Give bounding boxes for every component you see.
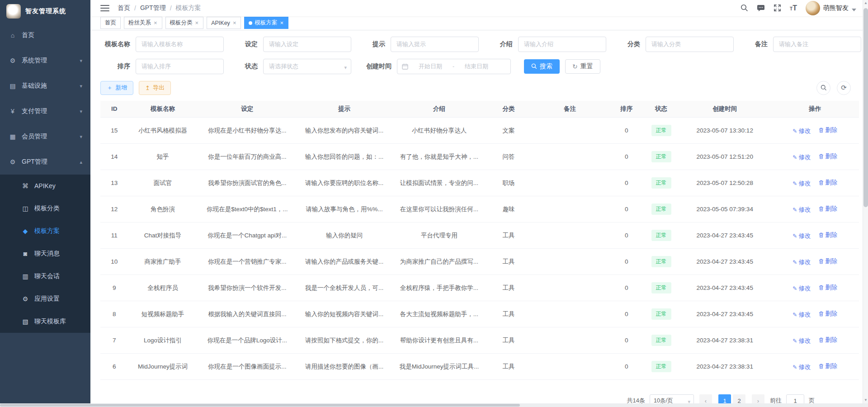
- delete-link-label: 删除: [825, 257, 837, 265]
- sidebar-item-chat-session[interactable]: ▥聊天会话: [0, 265, 90, 288]
- sidebar-item-template-plan[interactable]: ◆模板方案: [0, 220, 90, 242]
- sidebar-item-chat-message[interactable]: ◙聊天消息: [0, 242, 90, 265]
- sidebar-item-payment-management[interactable]: ¥支付管理▾: [0, 99, 90, 124]
- cell-sort: 0: [609, 118, 644, 144]
- cell-status: 正常: [644, 354, 679, 380]
- edit-link-label: 修改: [798, 337, 811, 345]
- scroll-up-arrow-icon[interactable]: ▲: [863, 0, 868, 6]
- close-icon[interactable]: ×: [279, 20, 284, 26]
- delete-link[interactable]: 删除: [819, 336, 837, 344]
- cell-template-name: Logo设计指引: [128, 327, 197, 354]
- cell-intro: 有了他，你就是知乎大神，...: [392, 144, 487, 170]
- category-input[interactable]: [646, 37, 734, 52]
- fullscreen-icon[interactable]: [774, 4, 781, 12]
- template-name-input[interactable]: [136, 37, 224, 52]
- add-button[interactable]: ＋ 新增: [100, 81, 133, 95]
- edit-link[interactable]: ✎修改: [793, 127, 811, 135]
- date-range-picker[interactable]: -: [397, 59, 511, 74]
- cell-prompt: 输入你想回答的问题，如：...: [297, 144, 392, 170]
- status-select[interactable]: ▾: [263, 59, 351, 74]
- edit-link[interactable]: ✎修改: [793, 337, 811, 345]
- cell-template-name: 知乎: [128, 144, 197, 170]
- delete-link[interactable]: 删除: [819, 284, 837, 292]
- edit-link[interactable]: ✎修改: [793, 284, 811, 293]
- key-icon: ⌘: [22, 182, 29, 189]
- horizontal-scrollbar[interactable]: [0, 403, 868, 407]
- cell-prompt: 我是一个全栈开发人员，可...: [297, 275, 392, 301]
- edit-link[interactable]: ✎修改: [793, 232, 811, 240]
- prompt-input[interactable]: [391, 37, 479, 52]
- vertical-scrollbar[interactable]: ▲ ▼: [863, 0, 868, 403]
- remark-input[interactable]: [773, 37, 861, 52]
- delete-link[interactable]: 删除: [819, 362, 837, 370]
- sidebar-item-home[interactable]: ⌂首页: [0, 23, 90, 48]
- user-menu[interactable]: 萌熊智友: [806, 1, 856, 15]
- intro-input[interactable]: [518, 37, 606, 52]
- breadcrumb-separator: /: [170, 5, 172, 12]
- cell-actions: ✎修改 删除: [771, 196, 859, 222]
- cell-sort: 0: [609, 144, 644, 170]
- delete-link[interactable]: 删除: [819, 152, 837, 161]
- cell-intro: 为商家推广自己的产品撰写...: [392, 249, 487, 275]
- table-row: 9 全栈程序员 我希望你扮演一个软件开发... 我是一个全栈开发人员，可... …: [100, 275, 859, 301]
- sidebar-item-gpt-management[interactable]: ⚙GPT管理▴: [0, 149, 90, 175]
- sidebar-item-member-management[interactable]: ▦会员管理▾: [0, 124, 90, 149]
- delete-link[interactable]: 删除: [819, 126, 837, 134]
- end-date-input[interactable]: [457, 63, 496, 70]
- tab-template-category[interactable]: 模板分类×: [165, 17, 204, 29]
- delete-link[interactable]: 删除: [819, 179, 837, 187]
- breadcrumb-item[interactable]: GPT管理: [140, 4, 166, 12]
- tab-template-plan[interactable]: 模板方案×: [244, 17, 288, 29]
- close-icon[interactable]: ×: [153, 20, 158, 26]
- edit-link[interactable]: ✎修改: [793, 363, 811, 371]
- delete-link[interactable]: 删除: [819, 205, 837, 213]
- sidebar-item-app-settings[interactable]: ⚙应用设置: [0, 288, 90, 310]
- delete-link-label: 删除: [825, 126, 837, 134]
- sidebar-item-infrastructure[interactable]: ▤基础设施▾: [0, 73, 90, 99]
- delete-link[interactable]: 删除: [819, 231, 837, 239]
- sidebar: 智友管理系统 ⌂首页⚙系统管理▾▤基础设施▾¥支付管理▾▦会员管理▾⚙GPT管理…: [0, 0, 90, 407]
- edit-link[interactable]: ✎修改: [793, 311, 811, 319]
- breadcrumb-item[interactable]: 首页: [118, 4, 130, 12]
- sidebar-item-chat-template-lib[interactable]: ▧聊天模板库: [0, 310, 90, 333]
- refresh-button[interactable]: ⟳: [837, 81, 851, 95]
- setting-input[interactable]: [263, 37, 351, 52]
- sidebar-item-template-category[interactable]: ◫模板分类: [0, 197, 90, 220]
- message-icon[interactable]: [757, 5, 765, 12]
- toggle-search-button[interactable]: [816, 81, 830, 95]
- tab-apikey[interactable]: APIKey×: [207, 17, 241, 29]
- font-size-icon[interactable]: TT: [790, 4, 797, 12]
- tab-fans-relation[interactable]: 粉丝关系×: [124, 17, 162, 29]
- close-icon[interactable]: ×: [195, 20, 199, 26]
- cell-sort: 0: [609, 327, 644, 354]
- sidebar-item-label: 系统管理: [22, 57, 80, 65]
- sidebar-item-apikey[interactable]: ⌘APIKey: [0, 175, 90, 197]
- tab-home[interactable]: 首页: [100, 17, 121, 29]
- scroll-down-arrow-icon[interactable]: ▼: [863, 397, 868, 403]
- sort-input[interactable]: [136, 59, 224, 74]
- main-area: 首页/GPT管理/模板方案 TT 萌熊智友 首页粉丝关系×模板: [90, 0, 868, 407]
- status-select-input[interactable]: [263, 59, 351, 74]
- horizontal-scrollbar-thumb[interactable]: [0, 404, 520, 407]
- search-icon[interactable]: [741, 4, 748, 12]
- sidebar-item-system-management[interactable]: ⚙系统管理▾: [0, 48, 90, 73]
- close-icon[interactable]: ×: [232, 20, 237, 26]
- delete-link[interactable]: 删除: [819, 257, 837, 265]
- sidebar-item-label: 基础设施: [22, 82, 80, 90]
- cell-id: 6: [100, 354, 128, 380]
- collapse-sidebar-icon[interactable]: [100, 5, 109, 11]
- status-badge: 正常: [651, 256, 671, 267]
- edit-link[interactable]: ✎修改: [793, 206, 811, 214]
- export-button[interactable]: ↥ 导出: [139, 81, 171, 95]
- search-button[interactable]: 搜索: [524, 59, 560, 74]
- cell-template-name: 短视频标题助手: [128, 301, 197, 327]
- delete-link[interactable]: 删除: [819, 310, 837, 318]
- start-date-input[interactable]: [411, 63, 450, 70]
- delete-link-label: 删除: [825, 284, 837, 292]
- filter-label: 排序: [100, 62, 136, 71]
- vertical-scrollbar-thumb[interactable]: [863, 8, 868, 207]
- reset-button[interactable]: ↻ 重置: [565, 59, 600, 74]
- edit-link[interactable]: ✎修改: [793, 180, 811, 188]
- edit-link[interactable]: ✎修改: [793, 153, 811, 161]
- edit-link[interactable]: ✎修改: [793, 258, 811, 266]
